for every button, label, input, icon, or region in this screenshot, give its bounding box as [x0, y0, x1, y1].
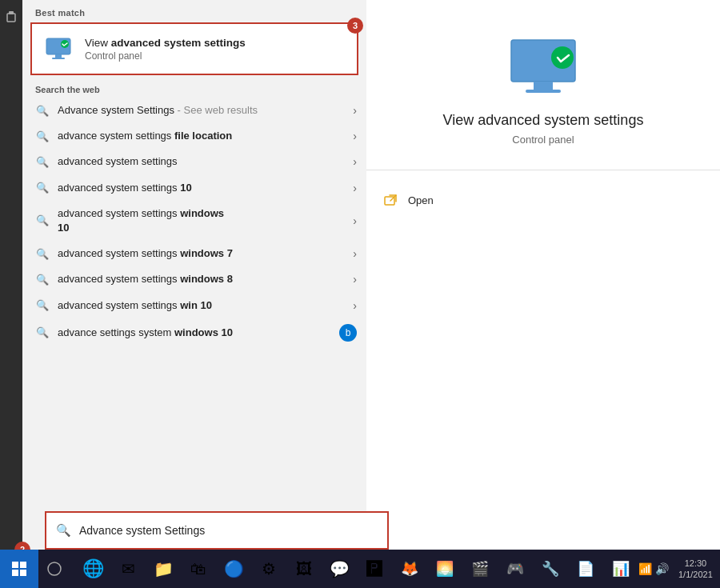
- svg-rect-4: [52, 58, 65, 59]
- store-icon: 🛍: [190, 560, 206, 578]
- result-item-1[interactable]: 🔍 Advance system Settings - See web resu…: [22, 98, 366, 123]
- result-text-7: advanced system settings windows 8: [58, 272, 345, 286]
- taskbar-app-1[interactable]: 🛍: [181, 550, 216, 588]
- search-icon-5: 🔍: [35, 214, 50, 228]
- svg-rect-14: [20, 570, 26, 576]
- svg-point-15: [48, 562, 61, 575]
- best-match-icon: [42, 32, 75, 66]
- photos-icon: 🖼: [296, 560, 312, 578]
- result-item-6[interactable]: 🔍 advanced system settings windows 7 ›: [22, 241, 366, 266]
- bing-icon: b: [339, 324, 357, 342]
- result-item-8[interactable]: 🔍 advanced system settings win 10 ›: [22, 293, 366, 318]
- open-label: Open: [408, 194, 434, 206]
- right-panel-divider: [366, 170, 720, 170]
- svg-rect-8: [526, 90, 561, 93]
- taskbar-edge[interactable]: 🌐: [75, 550, 110, 588]
- taskbar-app-4[interactable]: 🖼: [286, 550, 322, 588]
- badge-3: 3: [347, 18, 363, 34]
- taskbar-app-9[interactable]: 🎬: [462, 550, 498, 588]
- chevron-right-6: ›: [353, 247, 357, 260]
- result-item-3[interactable]: 🔍 advanced system settings ›: [22, 149, 366, 174]
- svg-rect-12: [20, 562, 26, 568]
- photoshop-icon: 🅿: [366, 560, 382, 578]
- best-match-label: Best match: [22, 0, 366, 22]
- svg-rect-0: [7, 14, 15, 22]
- taskbar: 🌐 ✉ 📁 🛍 🔵 ⚙ 🖼 💬 🅿 🦊: [0, 550, 720, 588]
- result-text-3: advanced system settings: [58, 154, 345, 169]
- media-icon: 🎬: [471, 560, 489, 578]
- book-icon: 📄: [577, 560, 594, 578]
- start-button[interactable]: [0, 550, 38, 588]
- right-panel-open-action[interactable]: Open: [366, 183, 720, 217]
- taskbar-app-12[interactable]: 📄: [568, 550, 603, 588]
- search-input[interactable]: [79, 524, 378, 537]
- taskbar-app-10[interactable]: 🎮: [498, 550, 533, 588]
- taskbar-app-3[interactable]: ⚙: [251, 550, 286, 588]
- result-text-4: advanced system settings 10: [58, 181, 345, 195]
- svg-rect-13: [12, 570, 18, 576]
- right-panel-icon-area: [503, 32, 583, 99]
- result-item-4[interactable]: 🔍 advanced system settings 10 ›: [22, 175, 366, 201]
- left-sidebar-strip: [0, 0, 22, 550]
- paste-icon: [0, 0, 22, 32]
- gamepad-icon: 🎮: [506, 560, 524, 578]
- result-text-9: advance settings system windows 10: [58, 326, 331, 340]
- search-icon-6: 🔍: [35, 246, 50, 261]
- right-panel: View advanced system settings Control pa…: [366, 0, 720, 550]
- search-icon-2: 🔍: [35, 129, 50, 143]
- taskbar-app-7[interactable]: 🦊: [392, 550, 427, 588]
- svg-rect-3: [55, 54, 62, 58]
- right-panel-monitor-icon: [503, 32, 583, 96]
- search-icon-9: 🔍: [35, 326, 50, 340]
- chrome-icon: 🔵: [224, 559, 244, 578]
- result-text-8: advanced system settings win 10: [58, 298, 345, 313]
- taskbar-app-8[interactable]: 🌅: [427, 550, 462, 588]
- right-panel-subtitle: Control panel: [512, 134, 574, 146]
- taskbar-app-11[interactable]: 🔧: [533, 550, 568, 588]
- network-icon[interactable]: 📶: [638, 562, 652, 575]
- search-web-label: Search the web: [22, 78, 366, 98]
- search-icon-1: 🔍: [35, 103, 50, 118]
- taskbar-mail[interactable]: ✉: [110, 550, 146, 588]
- result-text-1: Advance system Settings - See web result…: [58, 103, 345, 118]
- result-text-2: advance system settings file location: [58, 129, 345, 143]
- taskbar-apps: 🌐 ✉ 📁 🛍 🔵 ⚙ 🖼 💬 🅿 🦊: [70, 550, 638, 588]
- taskbar-app-2[interactable]: 🔵: [216, 550, 251, 588]
- best-match-title: View advanced system settings: [85, 36, 347, 51]
- open-icon: [382, 191, 400, 209]
- search-icon-3: 🔍: [35, 154, 50, 169]
- edge-icon: 🌐: [82, 558, 104, 579]
- svg-rect-11: [12, 562, 18, 568]
- mail-icon: ✉: [122, 559, 135, 578]
- taskbar-app-6[interactable]: 🅿: [357, 550, 392, 588]
- search-panel: Best match View advanced system settings…: [22, 0, 366, 550]
- taskbar-explorer[interactable]: 📁: [146, 550, 181, 588]
- result-text-6: advanced system settings windows 7: [58, 246, 345, 261]
- best-match-item[interactable]: View advanced system settings Control pa…: [30, 22, 358, 75]
- search-icon-4: 🔍: [35, 181, 50, 195]
- cortana-icon[interactable]: [38, 550, 70, 588]
- taskbar-time[interactable]: 12:30 1/1/2021: [672, 558, 719, 581]
- chevron-right-2: ›: [353, 130, 357, 142]
- chevron-right-5: ›: [353, 214, 357, 227]
- volume-icon[interactable]: 🔊: [655, 562, 669, 575]
- whatsapp-icon: 💬: [330, 559, 350, 578]
- search-input-bar[interactable]: 🔍: [45, 511, 389, 550]
- chevron-right-8: ›: [353, 299, 357, 312]
- result-item-9[interactable]: 🔍 advance settings system windows 10 b: [22, 318, 366, 347]
- search-icon-8: 🔍: [35, 298, 50, 313]
- chevron-right-7: ›: [353, 273, 357, 286]
- taskbar-app-13[interactable]: 📊: [603, 550, 638, 588]
- chevron-right-3: ›: [353, 155, 357, 168]
- taskbar-app-5[interactable]: 💬: [322, 550, 357, 588]
- settings-icon: ⚙: [262, 559, 276, 578]
- best-match-text: View advanced system settings Control pa…: [85, 36, 347, 62]
- right-panel-title: View advanced system settings: [443, 112, 644, 129]
- chevron-right-1: ›: [353, 104, 357, 117]
- firefox-icon: 🦊: [401, 560, 418, 578]
- result-item-5[interactable]: 🔍 advanced system settings windows10 ›: [22, 201, 366, 241]
- result-item-7[interactable]: 🔍 advanced system settings windows 8 ›: [22, 266, 366, 292]
- chevron-right-4: ›: [353, 182, 357, 194]
- svg-rect-7: [534, 82, 553, 90]
- result-item-2[interactable]: 🔍 advance system settings file location …: [22, 123, 366, 149]
